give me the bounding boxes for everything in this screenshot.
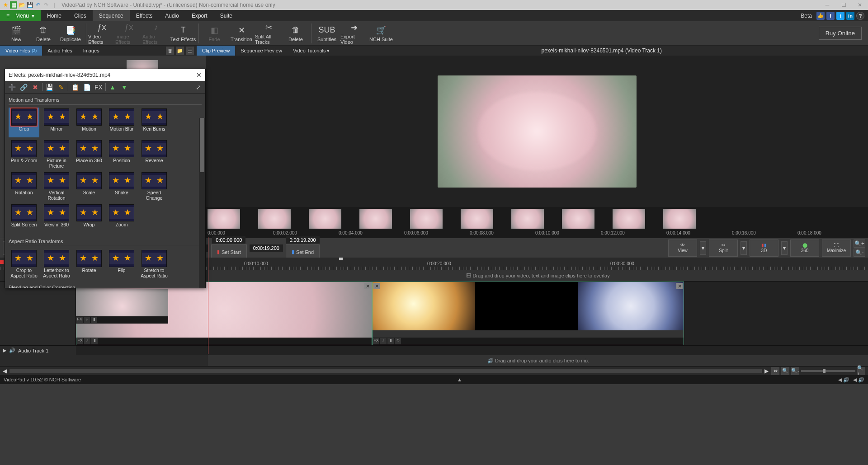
timeline-clip-2[interactable]: FX♪▮⟲ ✕ ✕ [372, 282, 684, 345]
paste-icon[interactable]: 📄 [82, 82, 92, 92]
filmstrip-thumb[interactable] [410, 209, 443, 229]
effect-place-in-360[interactable]: Place in 360 [74, 139, 104, 169]
add-effect-icon[interactable]: ➕ [7, 82, 17, 92]
effect-view-in-360[interactable]: View in 360 [41, 203, 72, 233]
ribbon-duplicate[interactable]: 📑Duplicate [57, 22, 84, 45]
ribbon-transition[interactable]: ✕Transition [228, 22, 255, 45]
apply-all-icon[interactable]: FX [94, 82, 104, 92]
effect-motion[interactable]: Motion [74, 108, 104, 137]
ribbon-delete[interactable]: 🗑Delete [282, 22, 309, 45]
effect-rotation[interactable]: Rotation [9, 171, 39, 202]
effect-wrap[interactable]: Wrap [74, 203, 104, 233]
filetab-images[interactable]: Images [78, 46, 105, 56]
effect-mirror[interactable]: Mirror [41, 108, 72, 137]
prevtab-video-tutorials-[interactable]: Video Tutorials ▾ [288, 46, 335, 56]
effect-flip[interactable]: Flip [106, 249, 137, 279]
effect-crop-to-aspect-ratio[interactable]: Crop to Aspect Ratio [9, 249, 39, 279]
effect-vertical-rotation[interactable]: Vertical Rotation [41, 171, 72, 202]
main-menu-button[interactable]: ≡ Menu ▾ [0, 10, 41, 21]
buy-online-button[interactable]: Buy Online [819, 27, 862, 40]
audio-badge[interactable]: ♪ [380, 338, 387, 344]
video-track-body[interactable]: FX♪▮ ✕ FX♪▮⟲ ✕ ✕ [76, 282, 868, 345]
filmstrip-thumb[interactable] [511, 209, 544, 229]
clip-close-icon[interactable]: ✕ [676, 283, 683, 289]
scroll-right-icon[interactable]: ▶ [764, 368, 769, 374]
linkedin-icon[interactable]: in [846, 12, 854, 20]
like-icon[interactable]: 👍 [816, 12, 825, 20]
audio-badge[interactable]: ♪ [84, 338, 90, 344]
ribbon-delete[interactable]: 🗑Delete [30, 22, 57, 45]
list-view-icon[interactable]: ☰ [186, 47, 194, 55]
menu-audio[interactable]: Audio [159, 10, 185, 21]
fx-badge[interactable]: FX [77, 338, 83, 344]
effect-ken-burns[interactable]: Ken Burns [139, 108, 170, 137]
effect-speed-change[interactable]: Speed Change [139, 171, 170, 202]
add-bin-icon[interactable]: 📁 [176, 47, 184, 55]
effect-crop[interactable]: Crop [9, 108, 39, 137]
audio-drop-zone[interactable]: 🔊 Drag and drop your audio clips here to… [208, 355, 868, 366]
zoom-slider[interactable] [801, 370, 855, 372]
scroll-left-icon[interactable]: ◀ [3, 368, 7, 374]
effect-rotate[interactable]: Rotate [74, 249, 104, 279]
effect-reverse[interactable]: Reverse [139, 139, 170, 169]
expand-icon[interactable]: ⤢ [193, 82, 203, 92]
effect-stretch-to-aspect-ratio[interactable]: Stretch to Aspect Ratio [139, 249, 170, 279]
prevtab-sequence-preview[interactable]: Sequence Preview [235, 46, 288, 56]
zoom-fit-icon[interactable]: 🔍 [781, 367, 789, 375]
move-up-icon[interactable]: ▲ [108, 82, 118, 92]
clip-close-icon[interactable]: ✕ [373, 283, 380, 289]
zoom-in-icon[interactable]: 🔍+ [854, 240, 865, 248]
video-track-head[interactable] [0, 282, 76, 345]
status-vol-left-icon[interactable]: ◀ 🔊 [838, 377, 849, 383]
mute-icon[interactable]: 🔊 [9, 348, 15, 353]
bin-clip-thumbnail[interactable]: FX♪▮ [76, 289, 168, 324]
close-button[interactable]: ✕ [854, 2, 866, 8]
remove-effect-icon[interactable]: ✖ [30, 82, 40, 92]
save-preset-icon[interactable]: 💾 [44, 82, 54, 92]
effect-shake[interactable]: Shake [106, 171, 137, 202]
zoom-out-icon[interactable]: 🔍- [854, 249, 865, 257]
menu-suite[interactable]: Suite [214, 10, 239, 21]
filmstrip-thumb[interactable] [613, 209, 645, 229]
menu-export[interactable]: Export [185, 10, 214, 21]
audio-track-body[interactable] [76, 346, 868, 355]
qat-open-icon[interactable]: 📂 [18, 1, 25, 9]
twitter-icon[interactable]: t [836, 12, 844, 20]
facebook-icon[interactable]: f [826, 12, 835, 20]
copy-icon[interactable]: 📋 [70, 82, 80, 92]
close-icon[interactable]: ✕ [196, 71, 202, 79]
filetab-video-files[interactable]: Video Files (2) [0, 46, 42, 56]
minimize-button[interactable]: ─ [821, 2, 834, 8]
status-vol-right-icon[interactable]: ◀ 🔊 [853, 377, 864, 383]
maximize-button[interactable]: ⛶Maximize [822, 240, 851, 257]
effects-dialog-titlebar[interactable]: Effects: pexels-mikhail-nilov-8246501.mp… [5, 69, 205, 81]
filmstrip-thumb[interactable] [663, 209, 696, 229]
view-dropdown[interactable]: ▾ [700, 241, 706, 255]
qat-redo-icon[interactable]: ↷ [42, 1, 50, 9]
maximize-button[interactable]: ☐ [837, 2, 850, 8]
filetab-audio-files[interactable]: Audio Files [42, 46, 77, 56]
ribbon-video-effects[interactable]: ƒxVideo Effects [88, 22, 115, 45]
3d-dropdown[interactable]: ▾ [781, 241, 788, 255]
filmstrip-thumb[interactable] [309, 209, 341, 229]
menu-sequence[interactable]: Sequence [93, 10, 130, 21]
filmstrip-thumb[interactable] [208, 209, 240, 229]
menu-clips[interactable]: Clips [68, 10, 93, 21]
expand-icon[interactable]: ▶ [3, 348, 6, 353]
edit-icon[interactable]: ✎ [56, 82, 66, 92]
split-button[interactable]: ✂Split [709, 240, 738, 257]
add-chain-icon[interactable]: 🔗 [19, 82, 28, 92]
delete-bin-icon[interactable]: 🗑 [166, 47, 174, 55]
effect-scale[interactable]: Scale [74, 171, 104, 202]
status-expand-icon[interactable]: ▲ [81, 377, 838, 382]
effect-letterbox-to-aspect-ratio[interactable]: Letterbox to Aspect Ratio [41, 249, 72, 279]
view-button[interactable]: 👁View [668, 240, 697, 257]
zoom-in-icon[interactable]: 🔍+ [857, 367, 865, 375]
prevtab-clip-preview[interactable]: Clip Preview [197, 46, 235, 56]
effect-picture-in-picture[interactable]: Picture in Picture [41, 139, 72, 169]
filmstrip-thumb[interactable] [258, 209, 291, 229]
effect-split-screen[interactable]: Split Screen [9, 203, 39, 233]
snap-icon[interactable]: ⇔ [771, 367, 779, 375]
3d-button[interactable]: ▮▮3D [750, 240, 778, 257]
effect-pan--zoom[interactable]: Pan & Zoom [9, 139, 39, 169]
